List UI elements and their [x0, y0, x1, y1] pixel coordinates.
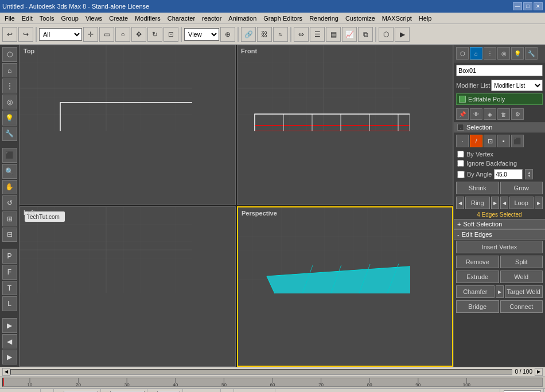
display-btn[interactable]: 💡 — [2, 111, 17, 126]
hierarchy-tab[interactable]: ⋮ — [484, 47, 496, 60]
zoom-tool[interactable]: 🔍 — [2, 164, 17, 179]
layer-manager[interactable]: ▤ — [326, 27, 341, 42]
object-name-input[interactable] — [456, 65, 543, 76]
timeline[interactable]: 10 20 30 40 50 60 70 80 90 100 — [0, 376, 545, 389]
display-tab[interactable]: 💡 — [511, 47, 524, 60]
menu-animation[interactable]: Animation — [225, 13, 260, 23]
by-vertex-checkbox[interactable] — [457, 151, 464, 158]
modify-panel-btn[interactable]: ⌂ — [2, 63, 17, 78]
remove-button[interactable]: Remove — [456, 256, 499, 268]
menu-maxscript[interactable]: MAXScript — [379, 13, 415, 23]
shrink-button[interactable]: Shrink — [456, 182, 499, 194]
close-button[interactable]: ✕ — [534, 2, 543, 10]
play-anim-btn[interactable]: ▶ — [2, 318, 17, 333]
vertex-select-icon[interactable]: · — [456, 135, 469, 147]
split-button[interactable]: Split — [500, 256, 543, 268]
viewport-top[interactable]: Top X Y — [20, 45, 236, 205]
ring-next-btn[interactable]: ▶ — [491, 197, 499, 209]
menu-file[interactable]: File — [1, 13, 18, 23]
by-angle-input[interactable] — [494, 169, 523, 179]
grow-button[interactable]: Grow — [500, 182, 543, 194]
edge-select-icon[interactable]: / — [470, 135, 482, 147]
insert-vertex-button[interactable]: Insert Vertex — [456, 241, 543, 253]
weld-button[interactable]: Weld — [500, 271, 543, 283]
loop-button[interactable]: Loop — [509, 197, 534, 209]
align-button[interactable]: ☰ — [310, 27, 325, 42]
selection-section-header[interactable]: - Selection — [454, 123, 545, 132]
perspective-view-btn[interactable]: P — [2, 249, 17, 264]
modifier-editable-poly[interactable]: Editable Poly — [456, 93, 543, 105]
chamfer-button[interactable]: Chamfer — [456, 285, 495, 298]
show-end-result-btn[interactable]: 👁 — [470, 108, 482, 120]
pan-tool[interactable]: ✋ — [2, 180, 17, 195]
select-region-rectangle[interactable]: ▭ — [99, 27, 114, 42]
schematic-view[interactable]: ⧉ — [358, 27, 373, 42]
poly-select-icon[interactable]: ▪ — [497, 135, 510, 147]
prev-frame-btn[interactable]: ◀ — [2, 334, 17, 349]
pivot-button[interactable]: ⊕ — [220, 27, 235, 42]
select-region-circle[interactable]: ○ — [115, 27, 130, 42]
element-select-icon[interactable]: ⬛ — [511, 135, 524, 147]
motion-tab[interactable]: ◎ — [497, 47, 510, 60]
extrude-button[interactable]: Extrude — [456, 271, 499, 283]
edit-edges-header[interactable]: - Edit Edges — [454, 229, 545, 240]
redo-button[interactable]: ↪ — [18, 27, 33, 42]
select-object-button[interactable]: ✛ — [83, 27, 98, 42]
create-panel-btn[interactable]: ⬡ — [2, 47, 17, 62]
loop-next-btn[interactable]: ▶ — [535, 197, 543, 209]
minimize-button[interactable]: — — [513, 2, 522, 10]
selected-dropdown[interactable]: Selected — [504, 390, 541, 393]
loop-prev-btn[interactable]: ◀ — [500, 197, 508, 209]
scroll-track[interactable] — [10, 369, 512, 375]
select-scale-button[interactable]: ⊡ — [164, 27, 178, 42]
viewport-left[interactable]: Left TechTut.com Y — [20, 206, 236, 367]
pin-stack-btn[interactable]: 📌 — [456, 108, 469, 120]
target-weld-button[interactable]: Target Weld — [505, 285, 543, 298]
ring-button[interactable]: Ring — [465, 197, 490, 209]
by-angle-checkbox[interactable] — [457, 171, 465, 178]
soft-selection-header[interactable]: + Soft Selection — [454, 219, 545, 229]
chamfer-settings-btn[interactable]: ▶ — [496, 285, 504, 298]
motion-btn[interactable]: ◎ — [2, 95, 17, 109]
modify-tab[interactable]: ⌂ — [470, 47, 482, 60]
hierarchy-btn[interactable]: ⋮ — [2, 79, 17, 93]
select-obj-tool[interactable]: ⬛ — [2, 148, 17, 163]
link-button[interactable]: 🔗 — [241, 27, 256, 42]
menu-help[interactable]: Help — [415, 13, 435, 23]
select-move-button[interactable]: ✥ — [131, 27, 146, 42]
create-tab[interactable]: ⬡ — [456, 47, 469, 60]
angle-spinner[interactable]: ▲ ▼ — [525, 169, 533, 179]
connect-button[interactable]: Connect — [500, 300, 543, 313]
menu-modifiers[interactable]: Modifiers — [131, 13, 164, 23]
mirror-button[interactable]: ⇔ — [294, 27, 309, 42]
viewport-front[interactable]: Front — [237, 45, 453, 205]
viewport-perspective[interactable]: Perspective — [237, 206, 453, 367]
ignore-backfacing-checkbox[interactable] — [457, 160, 464, 167]
menu-edit[interactable]: Edit — [18, 13, 36, 23]
front-view-btn[interactable]: F — [2, 265, 17, 280]
make-unique-btn[interactable]: ◈ — [484, 108, 496, 120]
undo-button[interactable]: ↩ — [2, 27, 17, 42]
border-select-icon[interactable]: ⊡ — [484, 135, 496, 147]
zoom-extents[interactable]: ⊞ — [2, 211, 17, 226]
bind-space-warp[interactable]: ≈ — [273, 27, 288, 42]
left-view-btn[interactable]: L — [2, 296, 17, 311]
render-button[interactable]: ⬡ — [379, 27, 394, 42]
zoom-region[interactable]: ⊟ — [2, 228, 17, 242]
menu-reactor[interactable]: reactor — [198, 13, 225, 23]
selection-collapse-btn[interactable]: - — [457, 124, 464, 131]
unlink-button[interactable]: ⛓ — [257, 27, 272, 42]
menu-customize[interactable]: Customize — [342, 13, 379, 23]
modifier-list-dropdown[interactable]: Modifier List — [491, 80, 543, 91]
menu-graph-editors[interactable]: Graph Editors — [260, 13, 306, 23]
menu-create[interactable]: Create — [106, 13, 131, 23]
timeline-track[interactable]: 10 20 30 40 50 60 70 80 90 100 — [2, 378, 543, 387]
arc-rotate-tool[interactable]: ↺ — [2, 195, 17, 210]
next-frame-btn[interactable]: ▶ — [2, 350, 17, 364]
maximize-button[interactable]: □ — [523, 2, 532, 10]
scroll-left-btn[interactable]: ◀ — [2, 368, 10, 376]
remove-modifier-btn[interactable]: 🗑 — [497, 108, 510, 120]
utilities-tab[interactable]: 🔧 — [525, 47, 538, 60]
menu-tools[interactable]: Tools — [36, 13, 58, 23]
ring-prev-btn[interactable]: ◀ — [456, 197, 464, 209]
